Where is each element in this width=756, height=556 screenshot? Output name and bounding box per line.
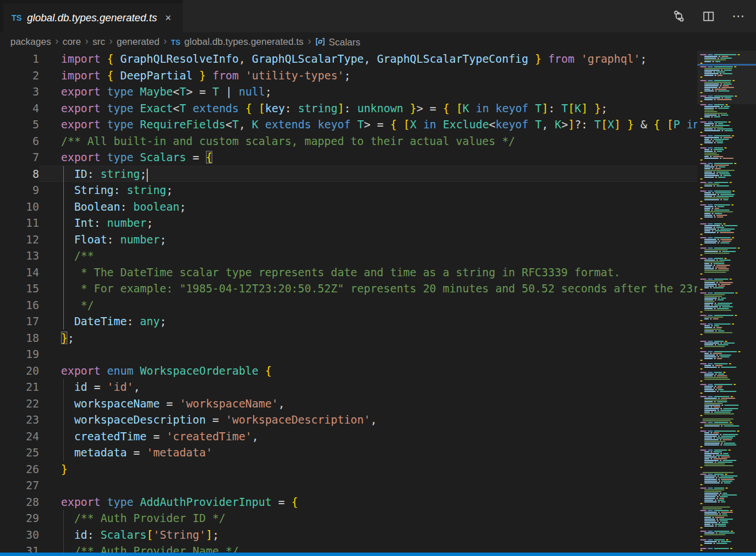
- code-line[interactable]: 14 * The DateTime scalar type represents…: [0, 264, 756, 281]
- line-number[interactable]: 18: [0, 330, 39, 346]
- breadcrumb-item-symbol[interactable]: Scalars: [315, 36, 361, 48]
- code-line[interactable]: 17 DateTime: any;: [0, 313, 756, 330]
- code-text[interactable]: import { DeepPartial } from 'utility-typ…: [39, 67, 756, 84]
- code-text[interactable]: }: [39, 461, 756, 478]
- code-text[interactable]: export type Maybe<T> = T | null;: [39, 83, 756, 100]
- code-text[interactable]: * For example: "1985-04-12T23:20:50.52Z"…: [39, 280, 756, 297]
- minimap[interactable]: [697, 51, 756, 553]
- code-line[interactable]: 27: [0, 477, 756, 494]
- line-number[interactable]: 13: [0, 247, 39, 264]
- line-number[interactable]: 11: [0, 215, 39, 231]
- code-text[interactable]: export enum WorkspaceOrderable {: [39, 363, 756, 379]
- line-number[interactable]: 31: [0, 543, 39, 553]
- code-text[interactable]: /** Auth Provider ID */: [39, 510, 756, 527]
- open-changes-button[interactable]: [673, 10, 685, 22]
- code-line[interactable]: 2import { DeepPartial } from 'utility-ty…: [0, 67, 756, 84]
- line-number[interactable]: 19: [0, 346, 39, 363]
- code-line[interactable]: 30 id: Scalars['String'];: [0, 527, 756, 543]
- line-number[interactable]: 3: [0, 83, 39, 100]
- close-icon[interactable]: ×: [165, 13, 171, 23]
- code-line[interactable]: 1import { GraphQLResolveInfo, GraphQLSca…: [0, 51, 756, 67]
- line-number[interactable]: 15: [0, 280, 39, 297]
- code-text[interactable]: import { GraphQLResolveInfo, GraphQLScal…: [39, 51, 756, 67]
- code-text[interactable]: Float: number;: [39, 231, 756, 248]
- code-text[interactable]: export type RequireFields<T, K extends k…: [39, 116, 756, 133]
- line-number[interactable]: 26: [0, 461, 39, 478]
- code-text[interactable]: /**: [39, 247, 756, 264]
- code-text[interactable]: id = 'id',: [39, 379, 756, 395]
- code-text[interactable]: [39, 346, 756, 363]
- line-number[interactable]: 30: [0, 527, 39, 543]
- code-line[interactable]: 20export enum WorkspaceOrderable {: [0, 363, 756, 379]
- line-number[interactable]: 7: [0, 149, 39, 166]
- line-number[interactable]: 6: [0, 133, 39, 150]
- line-number[interactable]: 14: [0, 264, 39, 281]
- line-number[interactable]: 9: [0, 182, 39, 199]
- line-number[interactable]: 22: [0, 395, 39, 412]
- code-line[interactable]: 24 createdTime = 'createdTime',: [0, 428, 756, 445]
- code-text[interactable]: * The DateTime scalar type represents da…: [39, 264, 756, 281]
- code-text[interactable]: workspaceName = 'workspaceName',: [39, 395, 756, 412]
- line-number[interactable]: 16: [0, 297, 39, 314]
- line-number[interactable]: 24: [0, 428, 39, 445]
- code-line[interactable]: 11 Int: number;: [0, 215, 756, 231]
- line-number[interactable]: 8: [0, 166, 39, 182]
- code-line[interactable]: 26}: [0, 461, 756, 478]
- code-line[interactable]: 21 id = 'id',: [0, 379, 756, 395]
- code-text[interactable]: /** Auth Provider Name */: [39, 543, 756, 553]
- code-text[interactable]: Int: number;: [39, 215, 756, 231]
- code-text[interactable]: id: Scalars['String'];: [39, 527, 756, 543]
- code-line[interactable]: 15 * For example: "1985-04-12T23:20:50.5…: [0, 280, 756, 297]
- code-text[interactable]: /** All built-in and custom scalars, map…: [39, 133, 756, 150]
- code-line[interactable]: 18};: [0, 330, 756, 346]
- line-number[interactable]: 21: [0, 379, 39, 395]
- code-text[interactable]: DateTime: any;: [39, 313, 756, 330]
- code-line[interactable]: 25 metadata = 'metadata': [0, 444, 756, 461]
- line-number[interactable]: 5: [0, 116, 39, 133]
- line-number[interactable]: 10: [0, 199, 39, 215]
- split-editor-button[interactable]: [702, 10, 715, 22]
- editor-tab[interactable]: TS global.db.types.generated.ts ×: [0, 0, 183, 32]
- code-line[interactable]: 8 ID: string;: [0, 166, 756, 182]
- line-number[interactable]: 2: [0, 67, 39, 84]
- line-number[interactable]: 27: [0, 477, 39, 494]
- code-line[interactable]: 7export type Scalars = {: [0, 149, 756, 166]
- code-text[interactable]: };: [39, 330, 756, 346]
- code-line[interactable]: 28export type AddAuthProviderInput = {: [0, 494, 756, 511]
- code-line[interactable]: 16 */: [0, 297, 756, 314]
- line-number[interactable]: 29: [0, 510, 39, 527]
- line-number[interactable]: 4: [0, 100, 39, 117]
- code-line[interactable]: 22 workspaceName = 'workspaceName',: [0, 395, 756, 412]
- code-line[interactable]: 29 /** Auth Provider ID */: [0, 510, 756, 527]
- code-line[interactable]: 9 String: string;: [0, 182, 756, 199]
- code-text[interactable]: export type AddAuthProviderInput = {: [39, 494, 756, 511]
- code-text[interactable]: export type Exact<T extends { [key: stri…: [39, 100, 756, 117]
- code-line[interactable]: 4export type Exact<T extends { [key: str…: [0, 100, 756, 117]
- breadcrumb-item-core[interactable]: core: [63, 36, 81, 47]
- code-line[interactable]: 12 Float: number;: [0, 231, 756, 248]
- line-number[interactable]: 28: [0, 494, 39, 511]
- code-text[interactable]: String: string;: [39, 182, 756, 199]
- code-text[interactable]: workspaceDescription = 'workspaceDescrip…: [39, 412, 756, 428]
- code-text[interactable]: metadata = 'metadata': [39, 444, 756, 461]
- line-number[interactable]: 23: [0, 412, 39, 428]
- breadcrumb-item-generated[interactable]: generated: [117, 36, 159, 47]
- code-text[interactable]: */: [39, 297, 756, 314]
- code-text[interactable]: ID: string;: [39, 166, 756, 182]
- code-text[interactable]: [39, 477, 756, 494]
- line-number[interactable]: 17: [0, 313, 39, 330]
- line-number[interactable]: 1: [0, 51, 39, 67]
- line-number[interactable]: 12: [0, 231, 39, 248]
- breadcrumb-item-packages[interactable]: packages: [10, 36, 51, 47]
- line-number[interactable]: 20: [0, 363, 39, 379]
- code-line[interactable]: 13 /**: [0, 247, 756, 264]
- code-line[interactable]: 19: [0, 346, 756, 363]
- code-line[interactable]: 3export type Maybe<T> = T | null;: [0, 83, 756, 100]
- code-line[interactable]: 31 /** Auth Provider Name */: [0, 543, 756, 553]
- breadcrumb-item-file[interactable]: TS global.db.types.generated.ts: [171, 36, 304, 47]
- line-number[interactable]: 25: [0, 444, 39, 461]
- code-text[interactable]: createdTime = 'createdTime',: [39, 428, 756, 445]
- code-line[interactable]: 10 Boolean: boolean;: [0, 199, 756, 215]
- code-line[interactable]: 5export type RequireFields<T, K extends …: [0, 116, 756, 133]
- code-text[interactable]: Boolean: boolean;: [39, 199, 756, 215]
